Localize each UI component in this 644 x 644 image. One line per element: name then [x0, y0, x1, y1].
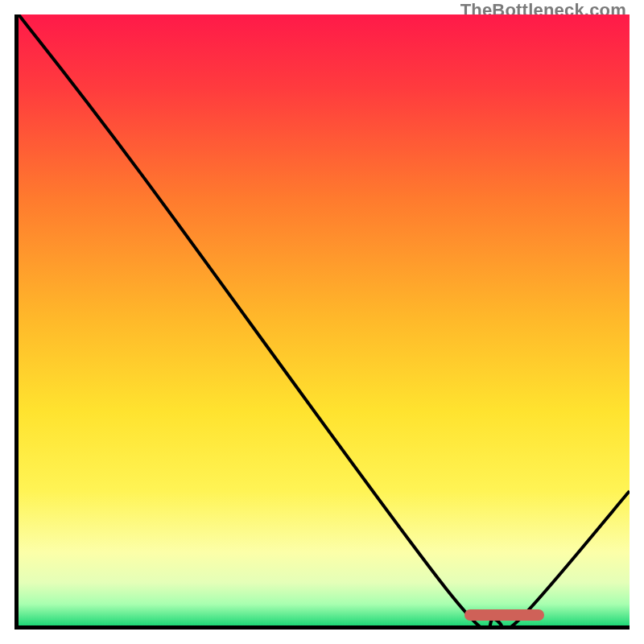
- bottleneck-curve-path: [19, 14, 630, 625]
- chart-plot-area: [14, 14, 630, 630]
- optimal-range-marker: [464, 609, 544, 621]
- chart-curve: [19, 14, 630, 625]
